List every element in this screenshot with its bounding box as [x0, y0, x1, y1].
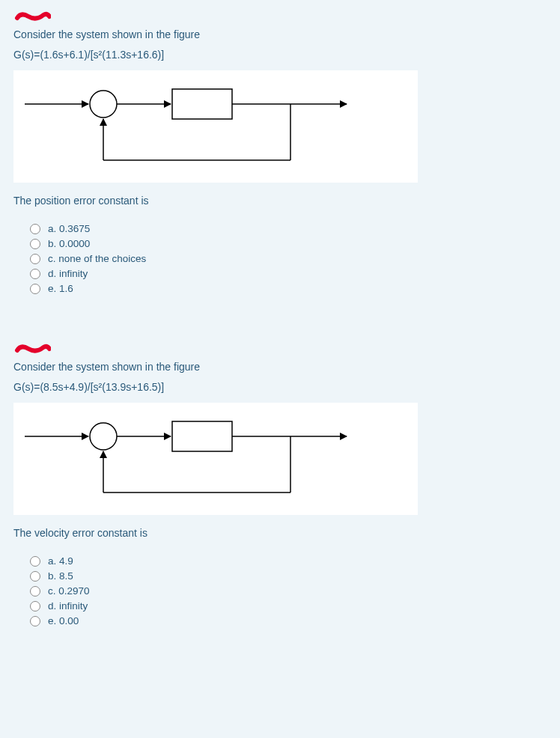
prompt-intro: Consider the system shown in the figure [13, 27, 547, 43]
svg-point-1 [90, 91, 117, 118]
radio-icon[interactable] [30, 601, 40, 612]
option-letter: c. [48, 585, 56, 597]
prompt-equation: G(s)=(1.6s+6.1)/[s²(11.3s+16.6)] [13, 47, 547, 63]
svg-rect-3 [172, 89, 232, 119]
option-c[interactable]: c. none of the choices [30, 253, 547, 264]
option-a[interactable]: a. 4.9 [30, 555, 547, 567]
radio-icon[interactable] [30, 254, 40, 264]
prompt-intro: Consider the system shown in the figure [13, 359, 547, 375]
option-e[interactable]: e. 0.00 [30, 615, 547, 626]
radio-icon[interactable] [30, 239, 40, 249]
radio-icon[interactable] [30, 284, 40, 294]
option-list: a. 4.9 b. 8.5 c. 0.2970 d. infinity e. 0… [13, 546, 547, 626]
option-text: 4.9 [59, 555, 73, 567]
red-scribble-icon [13, 343, 51, 355]
radio-icon[interactable] [30, 571, 40, 582]
radio-icon[interactable] [30, 616, 40, 626]
option-letter: b. [48, 238, 56, 249]
option-letter: a. [48, 555, 56, 567]
option-text: 1.6 [59, 283, 73, 294]
option-letter: e. [48, 615, 56, 626]
option-text: 0.0000 [59, 238, 90, 249]
question-1: Consider the system shown in the figure … [0, 0, 560, 311]
option-d[interactable]: d. infinity [30, 268, 547, 279]
svg-point-10 [90, 423, 117, 450]
option-a[interactable]: a. 0.3675 [30, 223, 547, 234]
option-d[interactable]: d. infinity [30, 600, 547, 612]
option-letter: e. [48, 283, 56, 294]
option-letter: d. [48, 600, 56, 612]
radio-icon[interactable] [30, 556, 40, 567]
option-text: infinity [59, 268, 88, 279]
option-b[interactable]: b. 0.0000 [30, 238, 547, 249]
radio-icon[interactable] [30, 224, 40, 234]
red-scribble-icon [13, 10, 51, 22]
prompt-tail: The velocity error constant is [13, 525, 547, 541]
prompt-equation: G(s)=(8.5s+4.9)/[s²(13.9s+16.5)] [13, 379, 547, 395]
option-letter: b. [48, 570, 56, 582]
option-letter: a. [48, 223, 56, 234]
radio-icon[interactable] [30, 586, 40, 597]
option-b[interactable]: b. 8.5 [30, 570, 547, 582]
option-c[interactable]: c. 0.2970 [30, 585, 547, 597]
option-letter: d. [48, 268, 56, 279]
option-text: none of the choices [58, 253, 146, 264]
option-text: 0.00 [59, 615, 79, 626]
option-text: 0.3675 [59, 223, 90, 234]
prompt-tail: The position error constant is [13, 193, 547, 209]
option-e[interactable]: e. 1.6 [30, 283, 547, 294]
svg-rect-12 [172, 421, 232, 451]
question-2: Consider the system shown in the figure … [0, 332, 560, 644]
option-text: 0.2970 [58, 585, 89, 597]
option-text: 8.5 [59, 570, 73, 582]
option-list: a. 0.3675 b. 0.0000 c. none of the choic… [13, 213, 547, 294]
option-text: infinity [59, 600, 88, 612]
block-diagram [13, 403, 418, 515]
option-letter: c. [48, 253, 56, 264]
block-diagram [13, 70, 418, 183]
radio-icon[interactable] [30, 269, 40, 279]
